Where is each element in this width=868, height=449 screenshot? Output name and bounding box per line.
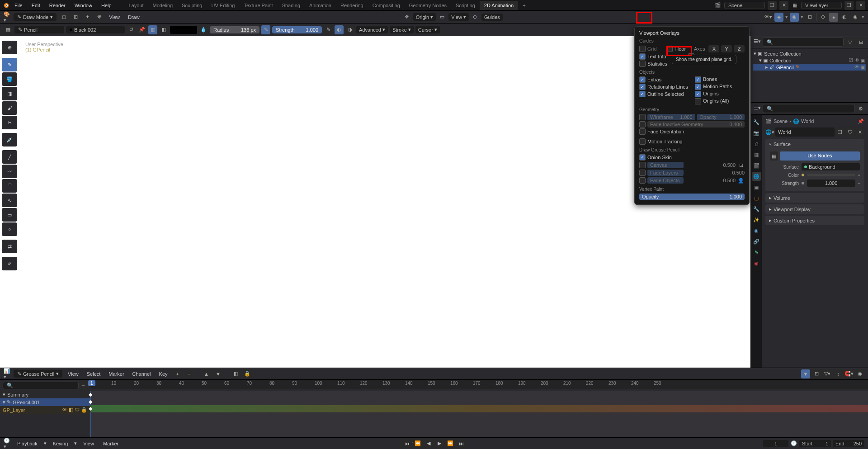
surface-value[interactable]: Background <box>802 163 860 170</box>
tab-tool-icon[interactable]: 🔧 <box>752 118 761 127</box>
ws-geo[interactable]: Geometry Nodes <box>405 1 451 10</box>
ws-comp[interactable]: Compositing <box>368 1 405 10</box>
tab-physics-icon[interactable]: ◉ <box>752 226 761 235</box>
overlays-chevron-icon[interactable]: ▾ <box>801 14 803 20</box>
originsall-checkbox[interactable] <box>695 98 701 104</box>
textinfo-checkbox[interactable] <box>639 53 646 60</box>
outlinesel-checkbox[interactable] <box>639 91 646 97</box>
ws-add[interactable]: + <box>518 1 530 10</box>
shading-render-icon[interactable]: ◉ <box>851 13 860 22</box>
surface-panel-header[interactable]: ▿ Surface <box>765 139 864 149</box>
draw-tool-icon[interactable]: ✎ <box>2 58 17 71</box>
erase-tool-icon[interactable]: ◨ <box>2 87 17 100</box>
channel-expand-icon[interactable]: ↔ <box>79 381 88 390</box>
track-gplayer[interactable]: GP_Layer 👁 ◧ 🛡 🔒 <box>0 406 90 414</box>
fadeobjects-slider[interactable]: Fade Objects <box>647 177 684 184</box>
ds-up-icon[interactable]: ▲ <box>202 369 211 378</box>
track-summary[interactable]: ▾ Summary <box>0 391 90 398</box>
cutter-tool-icon[interactable]: ✂ <box>2 116 17 129</box>
scene-name-field[interactable]: Scene <box>724 2 765 9</box>
fadeinactive-slider[interactable]: Fade Inactive Geometry0.400 <box>647 121 745 128</box>
vopacity-slider[interactable]: Opacity1.000 <box>639 194 745 200</box>
ws-sculpt[interactable]: Sculpting <box>177 1 207 10</box>
color-dot-right-icon[interactable]: • <box>858 172 860 178</box>
prev-key-icon[interactable]: ⏪ <box>413 439 423 448</box>
strength-dot-icon[interactable] <box>802 182 804 184</box>
bc-world[interactable]: World <box>801 118 814 124</box>
bones-checkbox[interactable] <box>695 76 701 83</box>
strength-slider[interactable]: Strength 1.000 <box>272 26 322 33</box>
world-browse-icon[interactable]: 🌐▾ <box>765 128 774 137</box>
viewport-draw-menu[interactable]: Draw <box>125 14 142 20</box>
ws-2d[interactable]: 2D Animation <box>480 1 518 10</box>
advanced-popover[interactable]: Advanced ▾ <box>356 26 388 33</box>
shading-chevron-icon[interactable]: ▾ <box>862 14 864 20</box>
stats-checkbox[interactable] <box>639 61 646 67</box>
world-new-icon[interactable]: ❐ <box>835 128 844 137</box>
onion-checkbox[interactable] <box>639 154 646 161</box>
mode-btn-1-icon[interactable]: ◻ <box>59 13 68 22</box>
ws-render[interactable]: Rendering <box>336 1 368 10</box>
tab-constraint-icon[interactable]: 🔗 <box>752 237 761 246</box>
box-tool-icon[interactable]: ▭ <box>2 208 17 222</box>
tab-render-icon[interactable]: 📷 <box>752 128 761 137</box>
props-options-icon[interactable]: ⚙ <box>856 104 865 113</box>
axis-y[interactable]: Y <box>721 45 732 52</box>
pb-keying[interactable]: Keying <box>50 441 71 446</box>
cursor-popover[interactable]: Cursor ▾ <box>415 26 440 33</box>
ol-gp-toggles[interactable]: 👁 ▣ <box>854 64 865 70</box>
wopacity-slider[interactable]: Opacity1.000 <box>697 114 745 120</box>
faceorient-checkbox[interactable] <box>639 128 646 135</box>
strength-curve-icon[interactable]: ◐ <box>335 25 344 34</box>
ds-filter-icon[interactable]: ▽▾ <box>823 369 832 378</box>
pb-marker[interactable]: Marker <box>100 441 121 446</box>
outliner-editor-icon[interactable]: ☰▾ <box>754 38 761 45</box>
canvas-checkbox[interactable] <box>639 162 646 168</box>
strength-pressure-icon[interactable]: ✎ <box>324 25 333 34</box>
radius-pressure-icon[interactable]: ✎ <box>261 25 270 34</box>
polyline-tool-icon[interactable]: 〰 <box>2 165 17 178</box>
fadelayers-checkbox[interactable] <box>639 170 646 176</box>
ds-view[interactable]: View <box>65 371 81 377</box>
viewport-view-menu[interactable]: View <box>106 14 123 20</box>
ws-uv[interactable]: UV Editing <box>207 1 239 10</box>
scene-new-icon[interactable]: ❐ <box>768 1 777 10</box>
line-tool-icon[interactable]: ╱ <box>2 150 17 164</box>
world-id-field[interactable]: World <box>775 128 835 137</box>
canvas-xray-icon[interactable]: ⊡ <box>737 161 745 169</box>
ws-layout[interactable]: Layout <box>124 1 148 10</box>
ws-shading[interactable]: Shading <box>278 1 305 10</box>
surface-node-icon[interactable]: ▦ <box>770 151 778 161</box>
origins-checkbox[interactable] <box>695 91 701 97</box>
stroke-popover[interactable]: Stroke ▾ <box>390 26 414 33</box>
gp-layer-strip[interactable] <box>90 405 868 412</box>
ws-script[interactable]: Scripting <box>451 1 480 10</box>
end-frame-field[interactable]: End250 <box>833 440 864 447</box>
colorlink-icon[interactable]: ◧ <box>159 25 168 34</box>
ol-gpencil[interactable]: ▸ 🖊 GPencil ✎ 👁 ▣ <box>753 64 866 71</box>
editor-type-icon[interactable]: 🎨▾ <box>4 14 11 21</box>
vis-select-icon[interactable]: 👁▾ <box>764 13 773 22</box>
shading-wire-icon[interactable]: ⊕ <box>818 13 827 22</box>
current-frame-field[interactable]: 1 <box>763 440 788 447</box>
tracks-body[interactable]: ◆ ◆ ◆ <box>90 391 868 437</box>
play-rev-icon[interactable]: ◀ <box>424 439 434 448</box>
extras-checkbox[interactable] <box>639 76 646 83</box>
tab-output-icon[interactable]: 🖨 <box>752 139 761 148</box>
tab-collection-icon[interactable]: ▣ <box>752 183 761 192</box>
mode-btn-2-icon[interactable]: ⊞ <box>71 13 80 22</box>
curve-tool-icon[interactable]: ∿ <box>2 194 17 207</box>
mode-btn-3-icon[interactable]: ✦ <box>83 13 92 22</box>
ol-col-toggles[interactable]: ☑ 👁 ▣ <box>849 57 865 63</box>
tab-world-icon[interactable]: 🌐 <box>752 172 761 181</box>
tab-viewlayer-icon[interactable]: ▦ <box>752 150 761 159</box>
tab-scene-icon[interactable]: 🎬 <box>752 161 761 170</box>
channel-search[interactable]: 🔍 <box>3 382 79 389</box>
play-icon[interactable]: ▶ <box>434 439 444 448</box>
outliner[interactable]: ▾ ▣ Scene Collection ▾ ▣ Collection ☑ 👁 … <box>751 48 868 103</box>
ds-lock-icon[interactable]: 🔒 <box>243 369 252 378</box>
unpin-icon[interactable]: ↺ <box>127 25 136 34</box>
ds-invert-icon[interactable]: ↕ <box>834 369 843 378</box>
ol-scene-collection[interactable]: ▾ ▣ Scene Collection <box>753 50 866 57</box>
use-nodes-button[interactable]: Use Nodes <box>780 151 860 161</box>
